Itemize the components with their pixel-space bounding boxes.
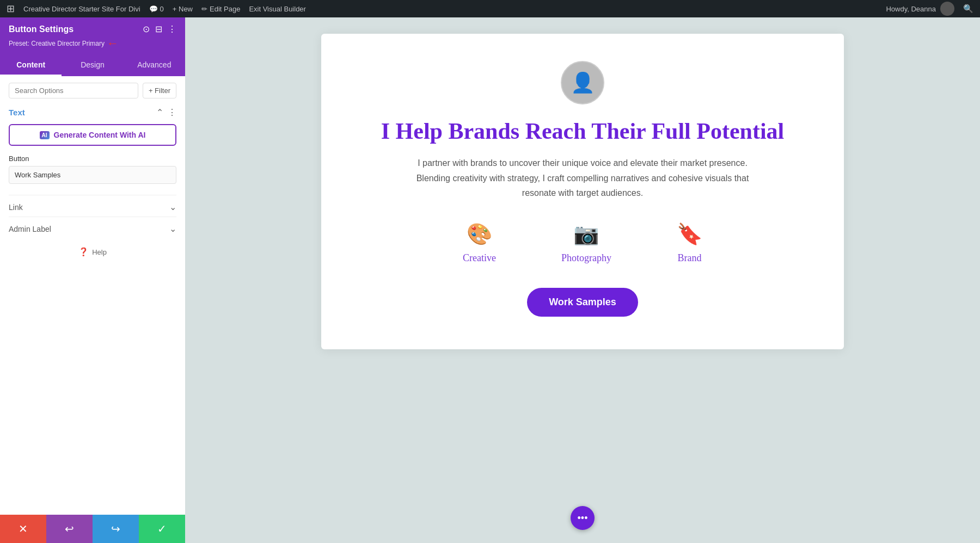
- comment-icon: 💬: [149, 5, 158, 13]
- comment-count[interactable]: 💬 0: [149, 5, 164, 13]
- edit-page-button[interactable]: ✏ Edit Page: [201, 5, 240, 13]
- close-icon: ✕: [19, 522, 28, 535]
- hero-card: 👤 I Help Brands Reach Their Full Potenti…: [321, 34, 844, 349]
- help-icon: ❓: [78, 247, 89, 257]
- save-icon: ✓: [157, 522, 167, 535]
- panel-header: Button Settings ⊙ ⊟ ⋮ Preset: Creative D…: [0, 17, 185, 55]
- undo-icon: ↩: [65, 522, 74, 535]
- preview-area: 👤 I Help Brands Reach Their Full Potenti…: [185, 17, 980, 543]
- wp-logo-icon[interactable]: ⊞: [7, 3, 15, 15]
- admin-label-collapse-button[interactable]: ⌄: [169, 224, 176, 234]
- panel-body: + Filter Text ⌃ ⋮ AI Generate Content Wi…: [0, 76, 185, 515]
- button-field-label: Button: [9, 155, 176, 163]
- undo-button[interactable]: ↩: [46, 515, 93, 543]
- cta-button[interactable]: Work Samples: [527, 288, 638, 317]
- ai-generate-button[interactable]: AI Generate Content With AI: [9, 124, 176, 146]
- left-panel: Button Settings ⊙ ⊟ ⋮ Preset: Creative D…: [0, 17, 185, 543]
- icons-row: 🎨 Creative 📷 Photography 🔖 Brand: [463, 222, 702, 264]
- layout-icon[interactable]: ⊟: [155, 24, 162, 34]
- icon-item-brand: 🔖 Brand: [677, 222, 702, 264]
- avatar-placeholder: 👤: [571, 71, 595, 94]
- preset-arrow: ←: [107, 36, 119, 51]
- admin-label-header[interactable]: Admin Label ⌄: [9, 224, 176, 234]
- preset-row: Preset: Creative Director Primary ←: [9, 36, 176, 51]
- brand-label: Brand: [677, 252, 701, 264]
- panel-title: Button Settings: [9, 24, 74, 34]
- avatar: 👤: [561, 61, 604, 104]
- close-button[interactable]: ✕: [0, 515, 46, 543]
- section-controls: ⌃ ⋮: [156, 107, 176, 118]
- user-avatar: [940, 2, 954, 16]
- more-options-icon[interactable]: ⋮: [168, 24, 176, 34]
- text-section-title: Text: [9, 108, 25, 117]
- hero-subtitle: I partner with brands to uncover their u…: [408, 156, 757, 200]
- panel-header-icons: ⊙ ⊟ ⋮: [143, 24, 176, 34]
- help-row[interactable]: ❓ Help: [9, 238, 176, 266]
- floating-dots-button[interactable]: •••: [571, 506, 595, 530]
- filter-button[interactable]: + Filter: [143, 83, 176, 98]
- search-icon[interactable]: 🔍: [963, 4, 973, 14]
- text-section-header: Text ⌃ ⋮: [9, 107, 176, 118]
- ai-icon: AI: [40, 131, 50, 139]
- tab-design[interactable]: Design: [62, 55, 123, 76]
- photography-label: Photography: [561, 252, 611, 264]
- wp-admin-bar: ⊞ Creative Director Starter Site For Div…: [0, 0, 980, 17]
- redo-icon: ↪: [111, 522, 120, 535]
- tab-advanced[interactable]: Advanced: [124, 55, 185, 76]
- user-info: Howdy, Deanna 🔍: [886, 2, 973, 16]
- new-button[interactable]: + New: [173, 5, 193, 13]
- ai-generate-label: Generate Content With AI: [54, 131, 146, 139]
- admin-label-title: Admin Label: [9, 225, 51, 233]
- tab-content[interactable]: Content: [0, 55, 62, 76]
- creative-label: Creative: [463, 252, 496, 264]
- redo-button[interactable]: ↪: [93, 515, 139, 543]
- search-row: + Filter: [9, 83, 176, 98]
- hero-title: I Help Brands Reach Their Full Potential: [381, 118, 785, 145]
- section-options-button[interactable]: ⋮: [168, 107, 176, 118]
- site-name[interactable]: Creative Director Starter Site For Divi: [23, 5, 140, 13]
- icon-item-creative: 🎨 Creative: [463, 222, 496, 264]
- palette-icon: 🎨: [467, 222, 492, 246]
- camera-icon: 📷: [573, 222, 599, 246]
- tab-row: Content Design Advanced: [0, 55, 185, 76]
- settings-icon[interactable]: ⊙: [143, 24, 150, 34]
- save-button[interactable]: ✓: [139, 515, 185, 543]
- bookmark-icon: 🔖: [677, 222, 702, 246]
- link-section-header[interactable]: Link ⌄: [9, 202, 176, 212]
- link-section-title: Link: [9, 203, 23, 212]
- preset-label[interactable]: Preset: Creative Director Primary: [9, 40, 105, 47]
- floating-dots-icon: •••: [578, 513, 588, 524]
- button-text-input[interactable]: [9, 166, 176, 184]
- icon-item-photography: 📷 Photography: [561, 222, 611, 264]
- search-input[interactable]: [9, 83, 138, 98]
- bottom-toolbar: ✕ ↩ ↪ ✓: [0, 515, 185, 543]
- main-layout: Button Settings ⊙ ⊟ ⋮ Preset: Creative D…: [0, 17, 980, 543]
- exit-builder-button[interactable]: Exit Visual Builder: [249, 5, 306, 13]
- admin-label-section: Admin Label ⌄: [9, 217, 176, 234]
- howdy-text: Howdy, Deanna: [886, 5, 936, 13]
- link-collapse-button[interactable]: ⌄: [169, 202, 176, 212]
- collapse-button[interactable]: ⌃: [156, 107, 163, 118]
- link-section: Link ⌄: [9, 195, 176, 212]
- pencil-icon: ✏: [201, 5, 207, 13]
- panel-header-top: Button Settings ⊙ ⊟ ⋮: [9, 24, 176, 34]
- help-label: Help: [92, 248, 107, 256]
